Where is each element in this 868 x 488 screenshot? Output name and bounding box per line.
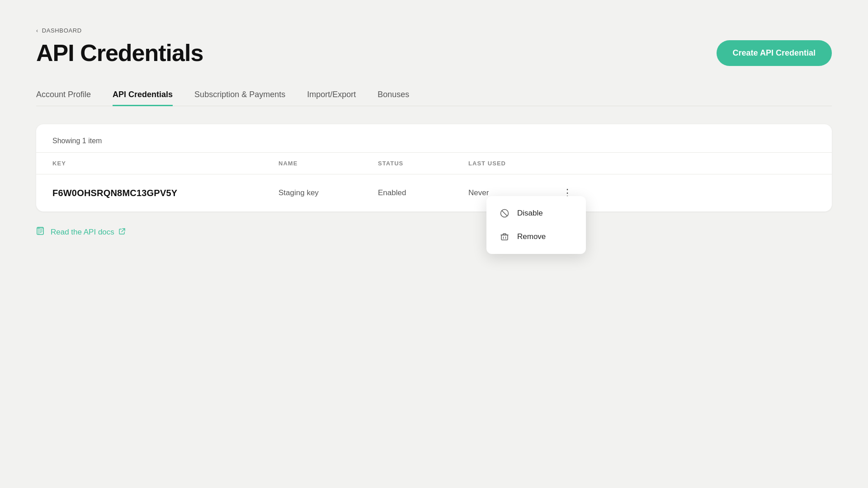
col-header-status: STATUS <box>378 153 468 174</box>
svg-rect-9 <box>40 231 42 231</box>
col-header-actions <box>559 156 586 170</box>
svg-line-1 <box>502 211 507 216</box>
tab-import-export[interactable]: Import/Export <box>307 84 356 106</box>
tab-bonuses[interactable]: Bonuses <box>377 84 409 106</box>
tab-api-credentials[interactable]: API Credentials <box>113 84 173 106</box>
col-header-last-used: LAST USED <box>468 153 559 174</box>
svg-rect-8 <box>40 230 42 230</box>
col-header-key: KEY <box>52 153 278 174</box>
dropdown-item-remove[interactable]: Remove <box>486 225 586 249</box>
tab-account-profile[interactable]: Account Profile <box>36 84 91 106</box>
svg-rect-10 <box>40 232 42 233</box>
dropdown-item-disable[interactable]: Disable <box>486 202 586 225</box>
api-credentials-table-card: Showing 1 item KEY NAME STATUS LAST USED… <box>36 124 832 212</box>
col-header-name: NAME <box>278 153 378 174</box>
page-container: ‹ DASHBOARD API Credentials Create API C… <box>0 0 868 265</box>
api-docs-link-text: Read the API docs <box>51 228 114 237</box>
disable-icon <box>499 209 510 218</box>
page-title: API Credentials <box>36 39 203 66</box>
svg-line-11 <box>122 229 125 232</box>
svg-rect-2 <box>501 235 508 240</box>
tab-subscription-payments[interactable]: Subscription & Payments <box>194 84 285 106</box>
trash-icon <box>499 232 510 241</box>
remove-label: Remove <box>517 232 546 241</box>
tabs-bar: Account Profile API Credentials Subscrip… <box>36 84 832 106</box>
table-column-headers: KEY NAME STATUS LAST USED <box>36 153 832 174</box>
api-key-name: Staging key <box>278 188 378 197</box>
disable-label: Disable <box>517 209 543 218</box>
more-actions-cell: ⋮ Disable <box>559 185 586 201</box>
table-showing-label: Showing 1 item <box>36 124 832 153</box>
svg-rect-4 <box>503 234 506 235</box>
breadcrumb[interactable]: ‹ DASHBOARD <box>36 27 832 34</box>
create-api-credential-button[interactable]: Create API Credential <box>717 40 832 66</box>
table-row: F6W0OHSRQN8MC13GPV5Y Staging key Enabled… <box>36 174 832 211</box>
external-link-icon <box>119 228 125 236</box>
chevron-left-icon: ‹ <box>36 28 38 34</box>
read-api-docs-link[interactable]: Read the API docs <box>36 226 832 238</box>
api-key-status: Enabled <box>378 188 468 197</box>
header-row: API Credentials Create API Credential <box>36 39 832 66</box>
book-icon <box>36 226 46 238</box>
api-key-value: F6W0OHSRQN8MC13GPV5Y <box>52 188 278 198</box>
actions-dropdown-menu: Disable Remove <box>486 196 586 254</box>
breadcrumb-label: DASHBOARD <box>42 27 82 34</box>
